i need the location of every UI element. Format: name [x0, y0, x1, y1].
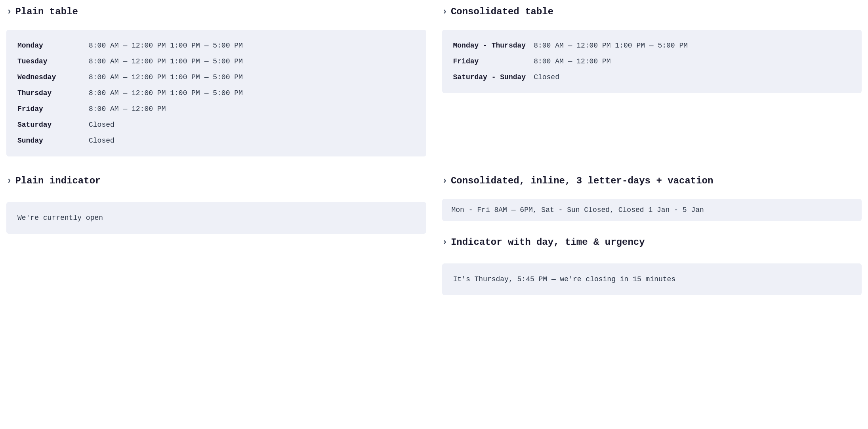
day-cell: Thursday — [17, 85, 89, 101]
day-cell: Saturday - Sunday — [453, 69, 534, 85]
day-cell: Wednesday — [17, 69, 89, 85]
hours-cell: Closed — [89, 117, 415, 133]
consolidated-inline-heading: › Consolidated, inline, 3 letter-days + … — [442, 175, 862, 186]
indicator-day-label: Indicator with day, time & urgency — [451, 237, 645, 248]
plain-table-label: Plain table — [15, 6, 78, 17]
table-row: Saturday - Sunday Closed — [453, 69, 851, 85]
plain-hours-table: Monday 8:00 AM — 12:00 PM 1:00 PM — 5:00… — [17, 38, 415, 149]
consolidated-table-label: Consolidated table — [451, 6, 553, 17]
chevron-icon-day: › — [442, 237, 448, 248]
hours-cell: Closed — [89, 133, 415, 149]
table-row: Wednesday 8:00 AM — 12:00 PM 1:00 PM — 5… — [17, 69, 415, 85]
plain-indicator-heading: › Plain indicator — [6, 175, 426, 186]
hours-cell: 8:00 AM — 12:00 PM 1:00 PM — 5:00 PM — [89, 85, 415, 101]
table-row: Sunday Closed — [17, 133, 415, 149]
plain-indicator-label: Plain indicator — [15, 175, 101, 186]
day-cell: Friday — [453, 53, 534, 69]
day-cell: Monday - Thursday — [453, 38, 534, 53]
indicator-day-heading: › Indicator with day, time & urgency — [442, 237, 862, 248]
table-row: Monday 8:00 AM — 12:00 PM 1:00 PM — 5:00… — [17, 38, 415, 53]
table-row: Friday 8:00 AM — 12:00 PM — [453, 53, 851, 69]
day-cell: Sunday — [17, 133, 89, 149]
indicator-day-text: It's Thursday, 5:45 PM — we're closing i… — [453, 275, 676, 283]
plain-table-card: Monday 8:00 AM — 12:00 PM 1:00 PM — 5:00… — [6, 30, 426, 156]
day-cell: Monday — [17, 38, 89, 53]
hours-cell: 8:00 AM — 12:00 PM 1:00 PM — 5:00 PM — [89, 69, 415, 85]
plain-table-heading: › Plain table — [6, 6, 426, 17]
hours-cell: 8:00 AM — 12:00 PM — [534, 53, 851, 69]
hours-cell: 8:00 AM — 12:00 PM 1:00 PM — 5:00 PM — [89, 53, 415, 69]
day-cell: Friday — [17, 101, 89, 117]
hours-cell: 8:00 AM — 12:00 PM — [89, 101, 415, 117]
consolidated-hours-table: Monday - Thursday 8:00 AM — 12:00 PM 1:0… — [453, 38, 851, 85]
table-row: Saturday Closed — [17, 117, 415, 133]
chevron-icon: › — [6, 6, 12, 17]
consolidated-inline-card: Mon - Fri 8AM — 6PM, Sat - Sun Closed, C… — [442, 199, 862, 221]
plain-indicator-text: We're currently open — [17, 214, 103, 222]
plain-indicator-card: We're currently open — [6, 202, 426, 234]
table-row: Thursday 8:00 AM — 12:00 PM 1:00 PM — 5:… — [17, 85, 415, 101]
consolidated-inline-text: Mon - Fri 8AM — 6PM, Sat - Sun Closed, C… — [452, 206, 704, 214]
consolidated-table-heading: › Consolidated table — [442, 6, 862, 17]
chevron-icon-right: › — [442, 6, 448, 17]
hours-cell: Closed — [534, 69, 851, 85]
day-cell: Saturday — [17, 117, 89, 133]
day-cell: Tuesday — [17, 53, 89, 69]
chevron-icon-indicator: › — [6, 175, 12, 186]
chevron-icon-inline: › — [442, 175, 448, 186]
table-row: Tuesday 8:00 AM — 12:00 PM 1:00 PM — 5:0… — [17, 53, 415, 69]
indicator-day-card: It's Thursday, 5:45 PM — we're closing i… — [442, 263, 862, 295]
table-row: Monday - Thursday 8:00 AM — 12:00 PM 1:0… — [453, 38, 851, 53]
table-row: Friday 8:00 AM — 12:00 PM — [17, 101, 415, 117]
consolidated-table-card: Monday - Thursday 8:00 AM — 12:00 PM 1:0… — [442, 30, 862, 93]
hours-cell: 8:00 AM — 12:00 PM 1:00 PM — 5:00 PM — [534, 38, 851, 53]
hours-cell: 8:00 AM — 12:00 PM 1:00 PM — 5:00 PM — [89, 38, 415, 53]
consolidated-inline-label: Consolidated, inline, 3 letter-days + va… — [451, 175, 713, 186]
